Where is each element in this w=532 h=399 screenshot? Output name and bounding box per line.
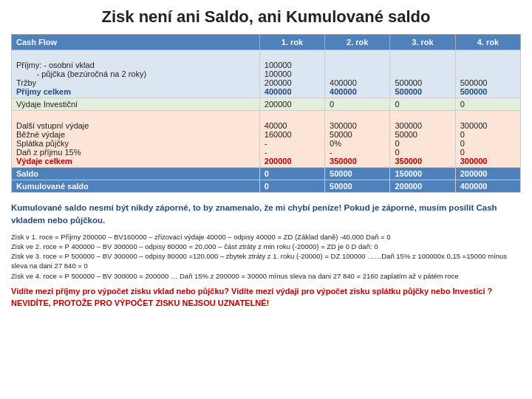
table-row-vydaje-invest: Výdaje Investiční 200000 0 0 0 (12, 98, 521, 111)
table-row-dalsi: Další vstupní výdajeBěžné výdajeSplátka … (12, 111, 521, 168)
col-header-rok1: 1. rok (259, 35, 324, 50)
cell-invest-rok1: 200000 (259, 98, 324, 111)
col-header-rok4: 4. rok (455, 35, 520, 50)
cell-prijmy-label: Příjmy: - osobní vklad - půjčka (bezúroč… (12, 50, 260, 98)
note-small: Zisk v 1. roce = Příjmy 200000 – BV16000… (11, 232, 521, 281)
cell-dalsi-rok3: 3000005000000350000 (390, 111, 455, 168)
cell-saldo-rok1: 0 (259, 168, 324, 180)
cell-kumulovane-label: Kumulované saldo (12, 180, 260, 193)
cell-kumulovane-rok4: 400000 (455, 180, 520, 193)
table-row-saldo: Saldo 0 50000 150000 200000 (12, 168, 521, 180)
cell-invest-rok4: 0 (455, 98, 520, 111)
cell-prijmy-rok2: 400000400000 (325, 50, 390, 98)
note-red: Vidíte mezi příjmy pro výpočet zisku vkl… (11, 285, 521, 310)
cell-prijmy-rok3: 500000500000 (390, 50, 455, 98)
cell-invest-rok2: 0 (325, 98, 390, 111)
cell-saldo-rok2: 50000 (325, 168, 390, 180)
page-title: Zisk není ani Saldo, ani Kumulované sald… (11, 7, 521, 27)
cell-dalsi-rok1: 40000160000--200000 (259, 111, 324, 168)
col-header-rok2: 2. rok (325, 35, 390, 50)
col-header-label: Cash Flow (12, 35, 260, 50)
cell-kumulovane-rok3: 200000 (390, 180, 455, 193)
cell-dalsi-label: Další vstupní výdajeBěžné výdajeSplátka … (12, 111, 260, 168)
cash-flow-table: Cash Flow 1. rok 2. rok 3. rok 4. rok Př… (11, 34, 521, 193)
cell-kumulovane-rok2: 50000 (325, 180, 390, 193)
note-blue: Kumulované saldo nesmí být nikdy záporné… (11, 202, 521, 228)
cell-invest-label: Výdaje Investiční (12, 98, 260, 111)
cell-dalsi-rok4: 300000000300000 (455, 111, 520, 168)
cell-prijmy-rok4: 500000500000 (455, 50, 520, 98)
cell-kumulovane-rok1: 0 (259, 180, 324, 193)
cell-prijmy-rok1: 100000100000200000400000 (259, 50, 324, 98)
table-row-kumulovane: Kumulované saldo 0 50000 200000 400000 (12, 180, 521, 193)
cell-invest-rok3: 0 (390, 98, 455, 111)
cell-saldo-label: Saldo (12, 168, 260, 180)
cell-saldo-rok4: 200000 (455, 168, 520, 180)
col-header-rok3: 3. rok (390, 35, 455, 50)
cell-saldo-rok3: 150000 (390, 168, 455, 180)
cell-dalsi-rok2: 300000500000%-350000 (325, 111, 390, 168)
table-row-prijmy: Příjmy: - osobní vklad - půjčka (bezúroč… (12, 50, 521, 98)
